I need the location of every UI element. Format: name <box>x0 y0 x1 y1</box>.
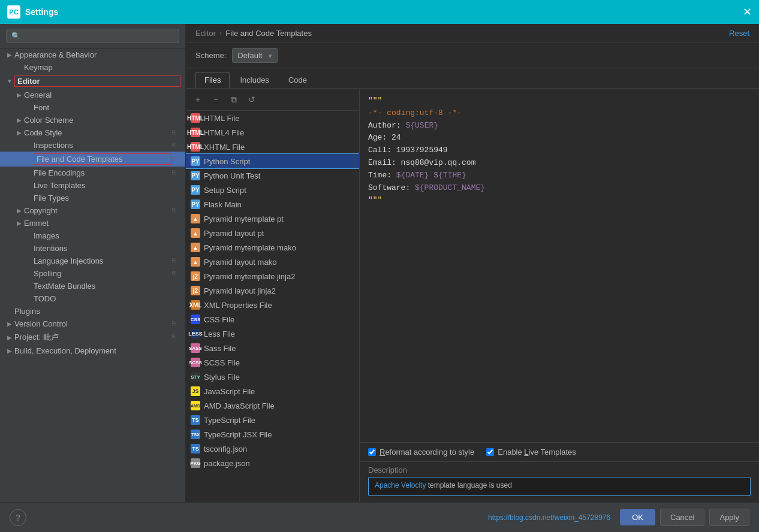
sidebar-tree: ▶Appearance & BehaviorKeymap▼Editor▶Gene… <box>0 49 185 357</box>
tab-code[interactable]: Code <box>279 72 316 88</box>
file-item-javascript-file[interactable]: JSJavaScript File <box>186 384 359 398</box>
file-item-scss-file[interactable]: SCSSSCSS File <box>186 355 359 370</box>
file-item-python-unit-test[interactable]: PYPython Unit Test <box>186 168 359 183</box>
file-item-pyramid-mytemplate-jinja2[interactable]: j2Pyramid mytemplate jinja2 <box>186 269 359 283</box>
sidebar-item-intentions[interactable]: Intentions <box>0 242 185 255</box>
code-line-7: Time: ${DATE} ${TIHE} <box>368 170 751 182</box>
sidebar-item-inspections[interactable]: Inspections⎘ <box>0 139 185 152</box>
file-label-flask-main: Flask Main <box>204 200 242 209</box>
sidebar-item-version-control[interactable]: ▶Version Control⎘ <box>0 318 185 330</box>
file-list-toolbar: + − ⧉ ↺ <box>186 89 359 111</box>
file-icon-pyramid-mytemplate-pt: ▲ <box>191 214 200 223</box>
sidebar-label-build-execution: Build, Execution, Deployment <box>14 346 180 355</box>
file-item-package-json[interactable]: PKGpackage.json <box>186 456 359 470</box>
copy-icon-file-code-templates: ⎘ <box>172 155 180 164</box>
tab-includes[interactable]: Includes <box>231 72 278 88</box>
file-item-xhtml-file[interactable]: HTMLXHTML File <box>186 140 359 154</box>
search-input[interactable] <box>6 29 179 43</box>
file-item-pyramid-mytemplate-pt[interactable]: ▲Pyramid mytemplate pt <box>186 211 359 226</box>
breadcrumb-current: File and Code Templates <box>225 29 312 38</box>
file-label-xhtml-file: XHTML File <box>204 143 245 152</box>
file-item-python-script[interactable]: PYPython Script <box>186 154 359 168</box>
sidebar-label-file-code-templates: File and Code Templates <box>34 153 172 165</box>
copy-template-button[interactable]: ⧉ <box>227 92 241 107</box>
file-item-pyramid-layout-pt[interactable]: ▲Pyramid layout pt <box>186 226 359 240</box>
sidebar-item-general[interactable]: ▶General <box>0 89 185 101</box>
sidebar-item-spelling[interactable]: Spelling⎘ <box>0 267 185 280</box>
reset-button[interactable]: Reset <box>729 29 749 38</box>
sidebar-item-emmet[interactable]: ▶Emmet <box>0 217 185 229</box>
file-item-pyramid-layout-jinja2[interactable]: j2Pyramid layout jinja2 <box>186 283 359 298</box>
reformat-checkbox-row[interactable]: Reformat according to style <box>368 448 474 457</box>
sidebar-item-keymap[interactable]: Keymap <box>0 61 185 74</box>
sidebar-item-file-encodings[interactable]: File Encodings⎘ <box>0 167 185 179</box>
file-item-sass-file[interactable]: SASSSass File <box>186 341 359 355</box>
file-item-html-file[interactable]: HTMLHTML File <box>186 111 359 125</box>
file-item-typescript-jsx-file[interactable]: TSXTypeScript JSX File <box>186 427 359 442</box>
sidebar-item-textmate-bundles[interactable]: TextMate Bundles <box>0 280 185 292</box>
expand-arrow-general: ▶ <box>14 92 24 98</box>
file-item-pyramid-layout-mako[interactable]: ▲Pyramid layout mako <box>186 255 359 269</box>
breadcrumb-bar: Editor › File and Code Templates Reset <box>186 24 759 43</box>
file-icon-html-file: HTML <box>191 113 200 123</box>
sidebar-label-todo: TODO <box>34 294 180 303</box>
apache-velocity-link[interactable]: Apache Velocity <box>375 481 426 489</box>
tab-files[interactable]: Files <box>195 72 230 88</box>
file-item-amd-javascript-file[interactable]: AMDAMD JavaScript File <box>186 398 359 413</box>
file-icon-css-file: CSS <box>191 315 200 324</box>
sidebar-item-build-execution[interactable]: ▶Build, Execution, Deployment <box>0 344 185 357</box>
sidebar-item-copyright[interactable]: ▶Copyright⎘ <box>0 204 185 217</box>
sidebar-label-font: Font <box>34 103 180 112</box>
sidebar-item-color-scheme[interactable]: ▶Color Scheme <box>0 114 185 126</box>
help-button[interactable]: ? <box>10 509 26 526</box>
file-icon-xhtml-file: HTML <box>191 142 200 152</box>
sidebar-item-appearance[interactable]: ▶Appearance & Behavior <box>0 49 185 61</box>
sidebar-item-images[interactable]: Images <box>0 229 185 242</box>
cancel-button[interactable]: Cancel <box>660 509 704 526</box>
sidebar-label-keymap: Keymap <box>24 63 180 72</box>
sidebar-item-editor[interactable]: ▼Editor <box>0 74 185 89</box>
code-line-9: """ <box>368 194 751 207</box>
sidebar-label-color-scheme: Color Scheme <box>24 116 180 125</box>
file-item-setup-script[interactable]: PYSetup Script <box>186 183 359 197</box>
reset-template-button[interactable]: ↺ <box>245 92 259 107</box>
file-item-typescript-file[interactable]: TSTypeScript File <box>186 413 359 427</box>
live-templates-checkbox-row[interactable]: Enable Live Templates <box>486 448 576 457</box>
reformat-checkbox[interactable] <box>368 448 376 456</box>
file-item-tsconfig-json[interactable]: TStsconfig.json <box>186 442 359 456</box>
sidebar-item-code-style[interactable]: ▶Code Style⎘ <box>0 126 185 139</box>
sidebar-item-plugins[interactable]: Plugins <box>0 305 185 318</box>
sidebar-item-live-templates[interactable]: Live Templates <box>0 179 185 192</box>
scheme-select[interactable]: Default Project <box>232 48 278 63</box>
file-item-pyramid-mytemplate-mako[interactable]: ▲Pyramid mytemplate mako <box>186 240 359 255</box>
ok-button[interactable]: OK <box>620 509 655 525</box>
live-templates-checkbox[interactable] <box>486 448 494 456</box>
sidebar-item-todo[interactable]: TODO <box>0 292 185 305</box>
file-icon-tsconfig-json: TS <box>191 444 200 454</box>
add-template-button[interactable]: + <box>191 92 205 107</box>
file-label-sass-file: Sass File <box>204 344 236 353</box>
code-editor[interactable]: """-*- coding:utf-8 -*-Author: ${USER}Ag… <box>360 89 759 442</box>
close-button[interactable]: ✕ <box>743 7 752 17</box>
sidebar-item-project[interactable]: ▶Project: 毗卢⎘ <box>0 330 185 344</box>
sidebar-item-file-code-templates[interactable]: File and Code Templates⎘ <box>0 152 185 167</box>
file-icon-flask-main: PY <box>191 200 200 209</box>
sidebar-item-font[interactable]: Font <box>0 101 185 114</box>
file-icon-pyramid-mytemplate-jinja2: j2 <box>191 271 200 281</box>
file-item-stylus-file[interactable]: STYStylus File <box>186 370 359 384</box>
file-item-flask-main[interactable]: PYFlask Main <box>186 197 359 211</box>
apply-button[interactable]: Apply <box>709 509 749 526</box>
file-item-less-file[interactable]: LESSLess File <box>186 327 359 341</box>
file-item-css-file[interactable]: CSSCSS File <box>186 312 359 327</box>
sidebar-item-file-types[interactable]: File Types <box>0 192 185 204</box>
expand-arrow-appearance: ▶ <box>5 52 14 58</box>
file-item-html4-file[interactable]: HTMLHTML4 File <box>186 125 359 140</box>
sidebar-label-emmet: Emmet <box>24 219 180 228</box>
app-title: Settings <box>25 7 58 17</box>
file-label-html-file: HTML File <box>204 114 239 123</box>
sidebar-item-language-injections[interactable]: Language Injections⎘ <box>0 255 185 267</box>
remove-template-button[interactable]: − <box>209 92 223 107</box>
file-item-xml-properties-file[interactable]: XMLXML Properties File <box>186 298 359 312</box>
content-area: Editor › File and Code Templates Reset S… <box>186 24 759 502</box>
scheme-select-wrapper: Default Project <box>232 48 278 63</box>
